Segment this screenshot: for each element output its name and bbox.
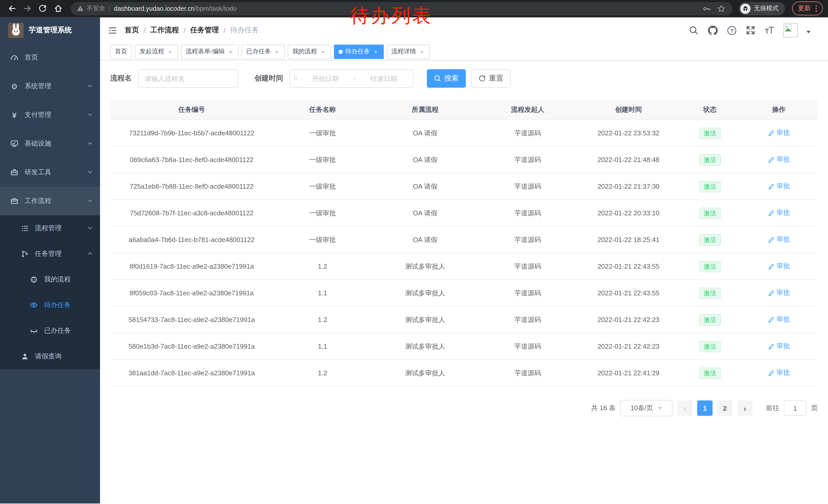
close-icon[interactable]: ×	[372, 48, 379, 55]
forward-button[interactable]	[20, 2, 34, 15]
address-bar[interactable]: 不安全 dashboard.yudao.iocoder.cn/bpm/task/…	[71, 2, 732, 15]
sidebar-item-todo-tasks[interactable]: 待办任务	[0, 292, 100, 318]
cell-process: OA 请假	[372, 146, 478, 173]
help-icon[interactable]: ?	[727, 25, 737, 35]
close-icon[interactable]: ×	[274, 48, 280, 55]
date-range-picker[interactable]: -	[289, 69, 413, 88]
approve-link[interactable]: 审批	[768, 368, 790, 378]
cell-create-time: 2022-01-22 21:37:30	[577, 173, 680, 200]
avatar[interactable]	[783, 23, 798, 37]
sidebar-item-payment[interactable]: ¥ 支付管理	[0, 100, 100, 129]
home-button[interactable]	[51, 2, 65, 15]
process-name-input[interactable]	[143, 74, 233, 83]
status-badge: 激活	[699, 314, 720, 325]
goto-page-input[interactable]	[784, 401, 806, 416]
reset-button[interactable]: 重置	[471, 69, 511, 88]
menu-dots-icon[interactable]	[816, 5, 817, 12]
calendar-icon	[294, 75, 297, 82]
process-name-label: 流程名	[110, 74, 132, 83]
warning-icon	[77, 5, 84, 12]
close-icon[interactable]: ×	[227, 48, 234, 55]
back-button[interactable]	[5, 2, 18, 15]
app-logo[interactable]: 芋道管理系统	[0, 17, 100, 43]
site-security[interactable]: 不安全	[77, 4, 105, 13]
sidebar-item-label: 系统管理	[25, 82, 81, 91]
cell-starter: 芋道源码	[478, 146, 577, 173]
tab-process-detail[interactable]: 流程详情×	[387, 44, 430, 59]
approve-link[interactable]: 审批	[768, 262, 790, 271]
tab-todo-tasks[interactable]: 待办任务×	[334, 44, 384, 59]
table-row: 381aa1dd-7ac8-11ec-a9e2-a2380e71991a 1.2…	[110, 360, 818, 386]
close-icon[interactable]: ×	[419, 48, 425, 55]
avatar-caret-icon[interactable]	[806, 31, 811, 35]
table-row: 58154733-7ac8-11ec-a9e2-a2380e71991a 1.2…	[110, 306, 818, 333]
cell-task-name: 1.2	[273, 306, 372, 333]
sidebar-item-task-mgmt[interactable]: 任务管理	[0, 241, 100, 267]
approve-link[interactable]: 审批	[768, 129, 790, 138]
approve-link[interactable]: 审批	[768, 209, 790, 218]
sidebar-item-done-tasks[interactable]: 已办任务	[0, 318, 100, 343]
bookmark-star-icon[interactable]	[716, 3, 726, 13]
sidebar-collapse-icon[interactable]	[107, 25, 118, 35]
approve-link[interactable]: 审批	[768, 235, 790, 244]
sidebar-item-system[interactable]: ⚙ 系统管理	[0, 72, 100, 100]
key-icon[interactable]	[702, 3, 712, 13]
update-button[interactable]: 更新	[792, 2, 823, 15]
col-actions: 操作	[740, 100, 818, 120]
sidebar: 芋道管理系统 首页 ⚙ 系统管理 ¥ 支付管理	[0, 17, 100, 503]
page-button-1[interactable]: 1	[697, 401, 713, 416]
status-badge: 激活	[699, 127, 720, 139]
chevron-down-icon	[87, 140, 93, 147]
tab-done-tasks[interactable]: 已办任务×	[242, 44, 285, 59]
approve-label: 审批	[777, 129, 790, 138]
tab-my-process[interactable]: 我的流程×	[288, 44, 331, 59]
page-size-value: 10条/页	[630, 404, 653, 413]
sidebar-item-label: 我的流程	[44, 275, 93, 284]
breadcrumb-workflow[interactable]: 工作流程	[150, 26, 179, 35]
search-button[interactable]: 搜索	[427, 69, 466, 88]
approve-link[interactable]: 审批	[768, 182, 790, 191]
tab-home[interactable]: 首页	[110, 44, 132, 59]
approve-link[interactable]: 审批	[768, 342, 790, 351]
breadcrumb-task-mgmt[interactable]: 任务管理	[190, 26, 219, 35]
chevron-up-icon	[87, 250, 93, 258]
chevron-up-icon	[87, 197, 93, 205]
approve-link[interactable]: 审批	[768, 315, 790, 324]
font-size-icon[interactable]	[764, 25, 775, 35]
sidebar-item-workflow[interactable]: 工作流程	[0, 187, 100, 215]
page-button-2[interactable]: 2	[717, 401, 733, 416]
sidebar-item-devtools[interactable]: 研发工具	[0, 158, 100, 187]
close-icon[interactable]: ×	[167, 48, 173, 55]
page-size-select[interactable]: 10条/页	[620, 400, 672, 416]
end-date-input[interactable]	[359, 74, 409, 83]
status-badge: 激活	[699, 287, 720, 299]
next-page-button[interactable]: ›	[737, 401, 753, 416]
pencil-icon	[768, 370, 774, 376]
cell-starter: 芋道源码	[478, 333, 577, 360]
approve-link[interactable]: 审批	[768, 155, 790, 164]
sidebar-item-process-mgmt[interactable]: 流程管理	[0, 215, 100, 241]
cell-task-id: 73211d9d-7b9b-11ec-b5b7-acde48001122	[110, 120, 273, 146]
status-badge: 激活	[699, 154, 720, 165]
sidebar-item-infra[interactable]: 基础设施	[0, 129, 100, 158]
sidebar-item-home[interactable]: 首页	[0, 43, 100, 72]
cell-starter: 芋道源码	[478, 253, 577, 280]
pencil-icon	[768, 290, 774, 296]
search-icon[interactable]	[689, 25, 699, 35]
url-host: dashboard.yudao.iocoder.cn	[114, 5, 195, 12]
main-area: 首页 / 工作流程 / 任务管理 / 待办任务 ?	[100, 17, 828, 503]
approve-link[interactable]: 审批	[768, 288, 790, 297]
close-icon[interactable]: ×	[320, 48, 326, 55]
sidebar-item-my-process[interactable]: 我的流程	[0, 267, 100, 292]
header-bar: 首页 / 工作流程 / 任务管理 / 待办任务 ?	[100, 17, 828, 43]
tab-form-edit[interactable]: 流程表单-编辑×	[181, 44, 239, 59]
reload-button[interactable]	[36, 2, 49, 15]
prev-page-button[interactable]: ‹	[677, 401, 693, 416]
question-mark-glyph: ?	[730, 28, 733, 33]
github-icon[interactable]	[707, 25, 718, 35]
sidebar-item-leave-query[interactable]: 请假查询	[0, 343, 100, 369]
tab-start-process[interactable]: 发起流程×	[135, 44, 178, 59]
start-date-input[interactable]	[300, 74, 350, 83]
fullscreen-icon[interactable]	[745, 25, 756, 35]
breadcrumb-home[interactable]: 首页	[125, 26, 139, 35]
